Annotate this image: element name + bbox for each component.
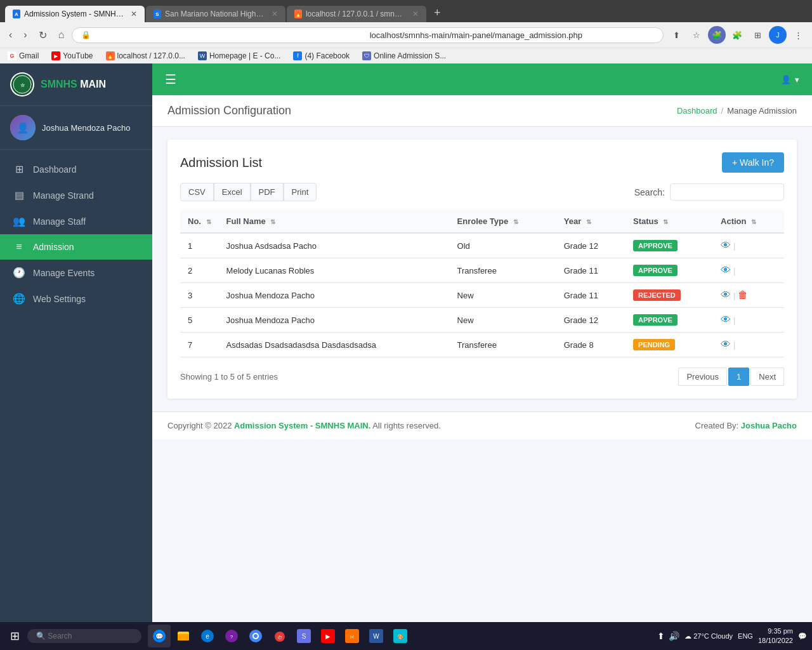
- bookmark-facebook[interactable]: f (4) Facebook: [291, 50, 352, 62]
- view-icon[interactable]: 👁: [721, 265, 731, 276]
- profile-icon[interactable]: J: [769, 26, 787, 44]
- cell-fullname: Joshua Asdsadsa Pacho: [219, 233, 450, 258]
- csv-button[interactable]: CSV: [180, 183, 214, 201]
- view-icon[interactable]: 👁: [721, 314, 731, 326]
- avatar-image: 👤: [10, 115, 36, 140]
- next-button[interactable]: Next: [750, 368, 784, 386]
- reload-button[interactable]: ↻: [35, 27, 51, 44]
- taskbar-app-youtube[interactable]: ▶: [317, 625, 339, 647]
- sort-fullname-icon: ⇅: [270, 218, 275, 225]
- footer-app-link[interactable]: Admission System - SMNHS MAIN.: [234, 421, 370, 430]
- bookmark-gmail[interactable]: G Gmail: [5, 50, 41, 62]
- taskbar-app-messenger[interactable]: 💬: [148, 625, 171, 647]
- extension-icon[interactable]: 🧩: [708, 26, 726, 44]
- cell-status: REJECTED: [625, 283, 713, 308]
- start-button[interactable]: ⊞: [5, 627, 25, 646]
- page-1-button[interactable]: 1: [728, 368, 749, 386]
- view-icon[interactable]: 👁: [721, 240, 731, 251]
- col-header-status[interactable]: Status ⇅: [625, 210, 713, 233]
- tab-grid-icon[interactable]: ⊞: [749, 26, 766, 44]
- forward-button[interactable]: ›: [20, 27, 30, 43]
- browser-tab-1[interactable]: A Admission System - SMNHS MA... ✕: [5, 6, 145, 22]
- col-header-action[interactable]: Action ⇅: [713, 210, 784, 233]
- sort-year-icon: ⇅: [586, 218, 591, 225]
- bookmark-youtube[interactable]: ▶ YouTube: [49, 50, 95, 62]
- taskbar-app-stripe[interactable]: S: [292, 625, 315, 647]
- tab-1-label: Admission System - SMNHS MA...: [24, 10, 124, 18]
- sidebar-item-manage-strand[interactable]: ▤ Manage Strand: [0, 182, 152, 208]
- home-button[interactable]: ⌂: [55, 27, 69, 43]
- view-icon[interactable]: 👁: [721, 289, 731, 301]
- view-icon[interactable]: 👁: [721, 339, 731, 350]
- taskbar-clock[interactable]: 9:35 pm 18/10/2022: [758, 627, 793, 646]
- col-header-no[interactable]: No. ⇅: [180, 210, 219, 233]
- taskbar-app-paint[interactable]: 🎨: [389, 625, 412, 647]
- bookmark-gmail-label: Gmail: [19, 51, 39, 60]
- taskbar-app-orange[interactable]: H: [341, 625, 363, 647]
- youtube-favicon: ▶: [51, 51, 60, 60]
- cell-no: 7: [180, 333, 219, 357]
- bookmark-homepage[interactable]: W Homepage | E - Co...: [195, 50, 284, 62]
- footer-author-link[interactable]: Joshua Pacho: [741, 421, 797, 430]
- taskbar-app-files[interactable]: [172, 625, 195, 647]
- cell-enrolee-type: New: [450, 283, 556, 308]
- user-menu-button[interactable]: 👤 ▾: [781, 75, 799, 84]
- browser-tab-2[interactable]: S San Mariano National High Scho... ✕: [146, 6, 285, 22]
- browser-tab-3[interactable]: 🔥 localhost / 127.0.0.1 / smnhs_ma... ✕: [287, 6, 426, 22]
- cell-enrolee-type: Transferee: [450, 333, 556, 357]
- pdf-button[interactable]: PDF: [251, 183, 284, 201]
- menu-icon[interactable]: ⋮: [789, 26, 807, 44]
- taskbar-app-edge[interactable]: e: [196, 625, 219, 647]
- table-row: 7 Asdsadas Dsadsadasdsa Dasdasdsadsa Tra…: [180, 333, 784, 357]
- col-header-year[interactable]: Year ⇅: [556, 210, 625, 233]
- walk-in-button[interactable]: + Walk In?: [722, 152, 784, 173]
- delete-icon[interactable]: 🗑: [738, 289, 748, 301]
- sidebar-item-manage-events[interactable]: 🕐 Manage Events: [0, 260, 152, 286]
- taskbar-app-stopwatch[interactable]: ⏱: [268, 625, 291, 647]
- svg-text:💬: 💬: [155, 632, 164, 640]
- hamburger-button[interactable]: ☰: [165, 72, 176, 87]
- admission-table: No. ⇅ Full Name ⇅ Enrolee Type ⇅: [180, 210, 784, 357]
- back-button[interactable]: ‹: [5, 27, 16, 43]
- bookmark-localhost[interactable]: 🔥 localhost / 127.0.0...: [103, 50, 188, 62]
- tab-1-close[interactable]: ✕: [131, 10, 137, 18]
- notification-icon[interactable]: 💬: [798, 632, 807, 640]
- prev-button[interactable]: Previous: [678, 368, 727, 386]
- print-button[interactable]: Print: [284, 183, 317, 201]
- bookmark-admission[interactable]: 🛡 Online Admission S...: [360, 50, 449, 62]
- sidebar-item-dashboard[interactable]: ⊞ Dashboard: [0, 156, 152, 182]
- share-icon[interactable]: ⬆: [667, 26, 685, 44]
- main-content: Admission Configuration Dashboard / Mana…: [152, 95, 812, 622]
- address-bar[interactable]: 🔒 localhost/smnhs-main/main-panel/manage…: [72, 27, 664, 43]
- new-tab-button[interactable]: +: [428, 4, 447, 22]
- col-header-enrolee-type[interactable]: Enrolee Type ⇅: [450, 210, 556, 233]
- svg-text:▶: ▶: [325, 633, 331, 640]
- breadcrumb-dashboard[interactable]: Dashboard: [677, 106, 717, 116]
- sidebar-item-web-settings[interactable]: 🌐 Web Settings: [0, 286, 152, 312]
- tab-3-close[interactable]: ✕: [412, 10, 419, 18]
- network-icon[interactable]: ⬆: [657, 631, 665, 641]
- tab-2-close[interactable]: ✕: [272, 10, 278, 18]
- taskbar-app-ext1[interactable]: ?: [220, 625, 243, 647]
- tab-3-label: localhost / 127.0.0.1 / smnhs_ma...: [306, 10, 406, 18]
- excel-button[interactable]: Excel: [214, 183, 251, 201]
- sidebar-item-admission[interactable]: ≡ Admission: [0, 234, 152, 260]
- svg-text:H: H: [350, 634, 354, 640]
- sidebar: ☆ SMNHS MAIN 👤 Joshua Mendoza Pacho ⊞ Da…: [0, 63, 152, 622]
- bookmark-icon[interactable]: ☆: [688, 26, 705, 44]
- search-input[interactable]: [670, 183, 784, 201]
- taskbar-lang[interactable]: ENG: [738, 632, 753, 640]
- sidebar-item-manage-staff[interactable]: 👥 Manage Staff: [0, 208, 152, 234]
- tab-2-label: San Mariano National High Scho...: [165, 10, 265, 18]
- admission-nav-icon: ≡: [13, 241, 25, 253]
- taskbar-app-word[interactable]: W: [365, 625, 388, 647]
- col-header-fullname[interactable]: Full Name ⇅: [219, 210, 450, 233]
- app-container: ☆ SMNHS MAIN 👤 Joshua Mendoza Pacho ⊞ Da…: [0, 63, 812, 622]
- right-panel: ☰ 👤 ▾ Admission Configuration Dashboard …: [152, 63, 812, 622]
- cell-action: 👁 | 🗑: [713, 283, 784, 308]
- taskbar-app-chrome[interactable]: [244, 625, 267, 647]
- sound-icon[interactable]: 🔊: [669, 631, 679, 641]
- taskbar-search[interactable]: [27, 629, 141, 643]
- footer-right: Created By: Joshua Pacho: [695, 421, 797, 430]
- extensions-icon[interactable]: 🧩: [728, 26, 746, 44]
